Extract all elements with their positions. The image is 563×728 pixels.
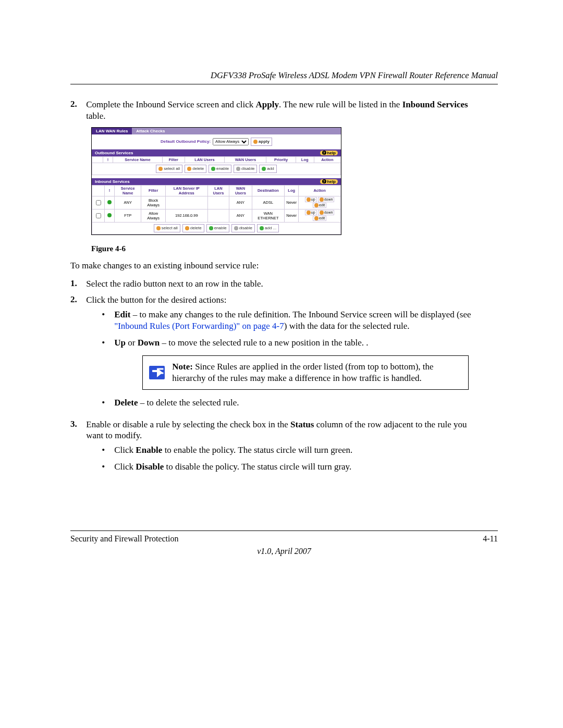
add-button[interactable]: add — [259, 165, 276, 173]
col: Priority — [266, 156, 296, 163]
inbound-actions: select all delete enable disable add ... — [92, 223, 341, 235]
enable-button[interactable]: enable — [209, 165, 231, 173]
col: WAN Users — [225, 156, 266, 163]
step-text: Select the radio button next to an row i… — [86, 278, 482, 290]
t: Down — [138, 338, 160, 348]
policy-select[interactable]: Allow Always — [213, 138, 249, 145]
col: Log — [296, 156, 314, 163]
tab-attack-checks[interactable]: Attack Checks — [132, 128, 169, 134]
help-button[interactable]: ?help — [320, 179, 338, 184]
t: Delete — [114, 398, 138, 408]
disable-button[interactable]: disable — [231, 224, 255, 232]
footer-page-number: 4-11 — [483, 534, 498, 544]
col: LAN Users — [207, 185, 229, 196]
t: Up — [114, 338, 126, 348]
cell: Allow Always — [141, 209, 166, 222]
t: Since Rules are applied in the order lis… — [172, 362, 433, 383]
step-number: 1. — [70, 278, 84, 289]
t: or — [126, 338, 138, 348]
down-icon — [320, 198, 324, 202]
table-row: ANY Block Always ANY ADSL Never up down … — [92, 196, 341, 209]
t: Note: — [172, 362, 193, 372]
t: – to make any changes to the rule defini… — [130, 310, 471, 319]
tab-lan-wan-rules[interactable]: LAN WAN Rules — [92, 128, 132, 134]
apply-button[interactable]: apply — [251, 138, 272, 146]
cell: ANY — [229, 209, 252, 222]
t: Enable or disable a rule by selecting th… — [86, 419, 290, 429]
status-dot-icon — [107, 200, 112, 204]
t: . The new rule will be listed in the — [279, 100, 402, 109]
cross-ref-link[interactable]: "Inbound Rules (Port Forwarding)" on pag… — [114, 321, 284, 331]
cell — [207, 196, 229, 209]
row-checkbox[interactable] — [96, 213, 101, 218]
t: Inbound Services — [402, 100, 468, 109]
arrow-icon — [149, 366, 165, 379]
cell: 192.168.0.99 — [165, 209, 207, 222]
t: Click the button for the desired actions… — [86, 295, 226, 305]
cell-actions: up down edit — [299, 196, 341, 209]
section-title: Inbound Services — [95, 179, 130, 184]
col: WAN Users — [229, 185, 252, 196]
t: ) with the data for the selected rule. — [284, 321, 410, 331]
figure-screenshot: LAN WAN Rules Attack Checks Default Outb… — [91, 127, 341, 235]
cell — [165, 196, 207, 209]
t: Disable — [136, 462, 164, 472]
cell: FTP — [115, 209, 141, 222]
col: Filter — [162, 156, 185, 163]
disable-button[interactable]: disable — [234, 165, 257, 173]
running-header: DGFV338 ProSafe Wireless ADSL Modem VPN … — [70, 70, 498, 84]
cell: WAN ETHERNET — [252, 209, 285, 222]
t: Status — [290, 419, 314, 429]
note-callout: Note: Since Rules are applied in the ord… — [142, 355, 469, 390]
delete-button[interactable]: delete — [185, 165, 206, 173]
col: Destination — [252, 185, 285, 196]
t: Click — [114, 445, 136, 455]
enable-icon — [211, 167, 215, 171]
col: Action — [299, 185, 341, 196]
down-button[interactable]: down — [318, 210, 335, 215]
col: LAN Server IP Address — [165, 185, 207, 196]
up-button[interactable]: up — [305, 197, 317, 202]
t: Apply — [256, 100, 279, 109]
lead-text: To make changes to an existing inbound s… — [70, 261, 498, 271]
note-text: Note: Since Rules are applied in the ord… — [172, 361, 462, 384]
select-all-button[interactable]: select all — [156, 165, 182, 173]
col: Service Name — [115, 185, 141, 196]
step-text: Complete the Inbound Service screen and … — [86, 99, 482, 122]
t: to enable the policy. The status circle … — [162, 445, 352, 455]
col-blank — [92, 185, 105, 196]
outbound-table: ! Service Name Filter LAN Users WAN User… — [92, 156, 341, 163]
tab-bar: LAN WAN Rules Attack Checks — [92, 128, 341, 134]
outbound-actions: select all delete enable disable add — [92, 163, 341, 175]
cell: ADSL — [252, 196, 285, 209]
section-title: Outbound Services — [95, 151, 133, 155]
select-all-button[interactable]: select all — [154, 224, 180, 232]
cell: ANY — [115, 196, 141, 209]
t: to disable the policy. The status circle… — [164, 462, 351, 472]
page-footer: Security and Firewall Protection 4-11 v1… — [70, 530, 498, 556]
help-button[interactable]: ?help — [320, 151, 338, 155]
check-icon — [158, 167, 163, 171]
col: Service Name — [113, 156, 163, 163]
cell: Block Always — [141, 196, 166, 209]
edit-button[interactable]: edit — [313, 203, 326, 208]
step-text: Enable or disable a rule by selecting th… — [86, 419, 482, 478]
cell: Never — [285, 196, 299, 209]
up-button[interactable]: up — [305, 210, 317, 215]
up-icon — [307, 211, 311, 215]
t: Edit — [114, 310, 130, 319]
bullet-edit: Edit – to make any changes to the rule d… — [102, 309, 482, 332]
enable-button[interactable]: enable — [206, 224, 229, 232]
footer-version: v1.0, April 2007 — [70, 547, 498, 556]
col: LAN Users — [185, 156, 225, 163]
col-status: ! — [103, 156, 113, 163]
row-checkbox[interactable] — [96, 200, 101, 205]
x-icon — [185, 226, 189, 230]
down-button[interactable]: down — [318, 197, 335, 202]
edit-icon — [314, 203, 319, 207]
edit-button[interactable]: edit — [313, 216, 326, 221]
bullet-disable: Click Disable to disable the policy. The… — [102, 461, 482, 473]
delete-button[interactable]: delete — [182, 224, 204, 232]
add-button[interactable]: add ... — [257, 224, 279, 232]
t: Complete the Inbound Service screen and … — [86, 100, 255, 109]
